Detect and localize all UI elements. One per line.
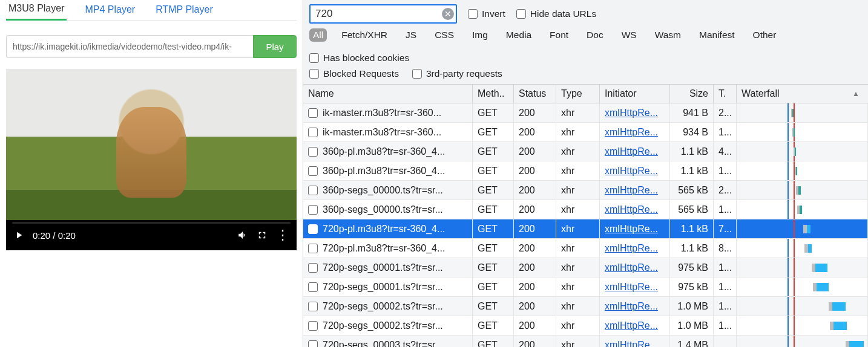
row-checkbox[interactable] <box>308 340 318 348</box>
player-tab-rtmp-player[interactable]: RTMP Player <box>153 1 215 20</box>
type-filter-manifest[interactable]: Manifest <box>695 28 738 42</box>
request-initiator[interactable]: xmlHttpRe... <box>605 301 658 312</box>
network-row[interactable]: 720p-segs_00001.ts?tr=sr...GET200xhrxmlH… <box>303 258 868 277</box>
request-method: GET <box>473 297 514 316</box>
type-filter-wasm[interactable]: Wasm <box>651 28 685 42</box>
player-tab-mp4-player[interactable]: MP4 Player <box>82 1 137 20</box>
col-method[interactable]: Meth.. <box>473 85 514 103</box>
row-checkbox[interactable] <box>308 166 318 176</box>
type-filter-js[interactable]: JS <box>402 28 420 42</box>
row-checkbox[interactable] <box>308 244 318 253</box>
type-filter-fetchxhr[interactable]: Fetch/XHR <box>338 28 391 42</box>
request-initiator[interactable]: xmlHttpRe... <box>605 185 658 196</box>
col-status[interactable]: Status <box>514 85 556 103</box>
network-row[interactable]: 360p-segs_00000.ts?tr=sr...GET200xhrxmlH… <box>303 200 868 219</box>
request-size: 1.1 kB <box>670 161 714 180</box>
invert-label: Invert <box>482 8 505 19</box>
network-row[interactable]: 360p-pl.m3u8?tr=sr-360_4...GET200xhrxmlH… <box>303 142 868 161</box>
request-initiator[interactable]: xmlHttpRe... <box>605 204 658 215</box>
type-filter-all[interactable]: All <box>309 28 327 42</box>
network-row[interactable]: 720p-segs_00001.ts?tr=sr...GET200xhrxmlH… <box>303 277 868 297</box>
network-row[interactable]: 720p-segs_00002.ts?tr=sr...GET200xhrxmlH… <box>303 297 868 316</box>
request-type: xhr <box>556 239 600 258</box>
request-method: GET <box>473 200 514 219</box>
row-checkbox[interactable] <box>308 282 318 292</box>
clear-filter-icon[interactable]: ✕ <box>442 8 454 20</box>
type-filter-ws[interactable]: WS <box>618 28 640 42</box>
row-checkbox[interactable] <box>308 147 318 157</box>
network-row[interactable]: 720p-segs_00003.ts?tr=sr...GET200xhrxmlH… <box>303 336 868 347</box>
request-size: 1.0 MB <box>670 316 714 335</box>
row-checkbox[interactable] <box>308 263 318 273</box>
row-checkbox[interactable] <box>308 205 318 215</box>
col-size[interactable]: Size <box>670 85 714 103</box>
request-initiator[interactable]: xmlHttpRe... <box>605 224 658 235</box>
request-size: 1.0 MB <box>670 297 714 316</box>
network-row[interactable]: 360p-pl.m3u8?tr=sr-360_4...GET200xhrxmlH… <box>303 161 868 181</box>
row-checkbox[interactable] <box>308 224 318 234</box>
request-waterfall <box>737 181 868 199</box>
blocked-requests-checkbox[interactable]: Blocked Requests <box>309 68 399 79</box>
col-initiator[interactable]: Initiator <box>600 85 670 103</box>
row-checkbox[interactable] <box>308 108 318 118</box>
request-name: 720p-pl.m3u8?tr=sr-360_4... <box>323 224 445 235</box>
request-initiator[interactable]: xmlHttpRe... <box>605 146 658 157</box>
network-row[interactable]: 720p-pl.m3u8?tr=sr-360_4...GET200xhrxmlH… <box>303 239 868 258</box>
third-party-checkbox[interactable]: 3rd-party requests <box>412 68 502 79</box>
request-initiator[interactable]: xmlHttpRe... <box>605 166 658 177</box>
request-initiator[interactable]: xmlHttpRe... <box>605 108 658 118</box>
request-name: 720p-segs_00002.ts?tr=sr... <box>323 320 443 331</box>
request-type: xhr <box>556 336 600 347</box>
request-initiator[interactable]: xmlHttpRe... <box>605 320 658 331</box>
col-name[interactable]: Name <box>303 85 473 103</box>
type-filter-css[interactable]: CSS <box>431 28 458 42</box>
filter-input[interactable] <box>309 4 457 24</box>
request-type: xhr <box>556 277 600 296</box>
request-waterfall <box>737 316 868 335</box>
type-filter-media[interactable]: Media <box>502 28 535 42</box>
play-button[interactable]: Play <box>253 35 297 58</box>
network-row[interactable]: ik-master.m3u8?tr=sr-360...GET200xhrxmlH… <box>303 123 868 142</box>
hide-data-urls-checkbox[interactable]: Hide data URLs <box>516 8 596 19</box>
row-checkbox[interactable] <box>308 186 318 195</box>
player-tab-m3u8-player[interactable]: M3U8 Player <box>6 0 67 21</box>
request-initiator[interactable]: xmlHttpRe... <box>605 340 658 348</box>
type-filter-img[interactable]: Img <box>469 28 492 42</box>
video-player[interactable]: 0:20 / 0:20 ⋮ <box>6 69 297 250</box>
has-blocked-cookies-checkbox[interactable]: Has blocked cookies <box>309 53 409 63</box>
row-checkbox[interactable] <box>308 128 318 137</box>
more-options-icon[interactable]: ⋮ <box>276 230 289 241</box>
play-icon[interactable] <box>13 230 24 241</box>
request-initiator[interactable]: xmlHttpRe... <box>605 243 658 254</box>
row-checkbox[interactable] <box>308 302 318 311</box>
type-filter-doc[interactable]: Doc <box>583 28 607 42</box>
request-size: 565 kB <box>670 181 714 199</box>
request-initiator[interactable]: xmlHttpRe... <box>605 262 658 273</box>
network-row[interactable]: 720p-segs_00002.ts?tr=sr...GET200xhrxmlH… <box>303 316 868 336</box>
request-waterfall <box>737 200 868 219</box>
video-url-input[interactable] <box>6 35 253 58</box>
sort-asc-icon: ▲ <box>852 89 860 98</box>
volume-icon[interactable] <box>237 230 248 241</box>
fullscreen-icon[interactable] <box>257 230 268 241</box>
checkbox-icon <box>309 69 319 79</box>
network-table: Name Meth.. Status Type Initiator Size T… <box>303 85 868 347</box>
row-checkbox[interactable] <box>308 321 318 331</box>
type-filter-other[interactable]: Other <box>749 28 780 42</box>
type-filter-font[interactable]: Font <box>546 28 572 42</box>
col-waterfall[interactable]: Waterfall ▲ <box>737 85 868 103</box>
request-method: GET <box>473 239 514 258</box>
request-waterfall <box>737 142 868 161</box>
network-row[interactable]: 360p-segs_00000.ts?tr=sr...GET200xhrxmlH… <box>303 181 868 200</box>
request-size: 565 kB <box>670 200 714 219</box>
network-row[interactable]: ik-master.m3u8?tr=sr-360...GET200xhrxmlH… <box>303 103 868 123</box>
request-type: xhr <box>556 142 600 161</box>
col-type[interactable]: Type <box>556 85 600 103</box>
request-size: 1.1 kB <box>670 219 714 238</box>
request-status: 200 <box>514 258 556 277</box>
request-initiator[interactable]: xmlHttpRe... <box>605 282 658 293</box>
invert-checkbox[interactable]: Invert <box>468 8 505 19</box>
col-time[interactable]: T. <box>714 85 737 103</box>
request-initiator[interactable]: xmlHttpRe... <box>605 127 658 138</box>
network-row[interactable]: 720p-pl.m3u8?tr=sr-360_4...GET200xhrxmlH… <box>303 219 868 239</box>
